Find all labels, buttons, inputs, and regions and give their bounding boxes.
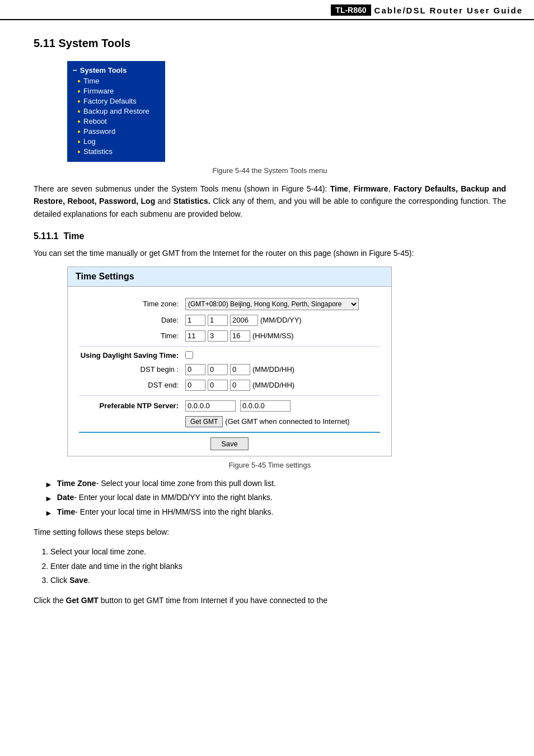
steps-list: Select your local time zone. Enter date …: [50, 545, 506, 587]
time-format-label: (HH/MM/SS): [252, 332, 294, 340]
dst-begin-dd-input[interactable]: [208, 364, 228, 375]
final-paragraph: Click the Get GMT button to get GMT time…: [34, 594, 506, 606]
dst-end-label: DST end:: [79, 381, 185, 389]
time-label: Time:: [79, 332, 185, 340]
menu-item-statistics[interactable]: ● Statistics: [77, 147, 165, 156]
bullet-icon: ●: [77, 108, 81, 114]
system-tools-menu: – System Tools ● Time ● Firmware ● Facto…: [67, 61, 165, 162]
section-title: 5.11 System Tools: [34, 37, 506, 50]
ntp-server1-input[interactable]: [185, 400, 236, 412]
ntp-label: Preferable NTP Server:: [79, 402, 185, 410]
dst-end-hh-input[interactable]: [230, 380, 250, 391]
time-settings-panel: Time Settings Time zone: (GMT+08:00) Bei…: [67, 267, 392, 456]
get-gmt-text: (Get GMT when connected to Internet): [225, 417, 349, 426]
step-3: Click Save.: [50, 573, 506, 587]
bullet-icon: ●: [77, 118, 81, 124]
menu-item-password[interactable]: ● Password: [77, 127, 165, 136]
date-month-input[interactable]: [185, 315, 205, 326]
time-settings-header: Time Settings: [68, 267, 391, 287]
date-field: (MM/DD/YY): [185, 315, 302, 326]
get-gmt-field: Get GMT (Get GMT when connected to Inter…: [185, 416, 350, 427]
dst-checkbox-row: Using Daylight Saving Time:: [79, 351, 380, 360]
dst-begin-row: DST begin : (MM/DD/HH): [79, 364, 380, 375]
time-field: (HH/MM/SS): [185, 330, 294, 342]
dst-end-row: DST end: (MM/DD/HH): [79, 380, 380, 391]
save-row: Save: [79, 432, 380, 450]
time-settings-body: Time zone: (GMT+08:00) Beijing, Hong Kon…: [68, 287, 391, 450]
dst-end-mm-input[interactable]: [185, 380, 205, 391]
dash-icon: –: [73, 66, 77, 74]
timezone-label: Time zone:: [79, 300, 185, 308]
step-1: Select your local time zone.: [50, 545, 506, 559]
time-hour-input[interactable]: [185, 330, 205, 342]
date-label: Date:: [79, 316, 185, 324]
menu-item-factory-defaults[interactable]: ● Factory Defaults: [77, 97, 165, 105]
bullet-time: ► Time- Enter your local time in HH/MM/S…: [45, 506, 506, 520]
menu-item-log[interactable]: ● Log: [77, 137, 165, 146]
ntp-server2-input[interactable]: [240, 400, 291, 412]
save-button[interactable]: Save: [210, 437, 249, 450]
menu-item-reboot[interactable]: ● Reboot: [77, 117, 165, 125]
bullet-timezone: ► Time Zone- Select your local time zone…: [45, 477, 506, 492]
dst-checkbox[interactable]: [185, 351, 193, 359]
time-min-input[interactable]: [208, 330, 228, 342]
page-header: TL-R860 Cable/DSL Router User Guide: [0, 0, 534, 20]
bullet-icon: ●: [77, 128, 81, 134]
dst-checkbox-field: [185, 351, 193, 359]
figure-44-caption: Figure 5-44 the System Tools menu: [34, 166, 506, 175]
figure-45-caption: Figure 5-45 Time settings: [34, 461, 506, 469]
time-row: Time: (HH/MM/SS): [79, 330, 380, 342]
timezone-row: Time zone: (GMT+08:00) Beijing, Hong Kon…: [79, 298, 380, 310]
model-badge: TL-R860: [331, 4, 371, 16]
arrow-icon: ►: [45, 478, 53, 492]
ntp-field: [185, 400, 291, 412]
main-content: 5.11 System Tools – System Tools ● Time …: [0, 20, 534, 630]
dst-end-field: (MM/DD/HH): [185, 380, 294, 391]
bullet-icon: ●: [77, 98, 81, 104]
menu-item-backup-restore[interactable]: ● Backup and Restore: [77, 107, 165, 115]
intro-paragraph: There are seven submenus under the Syste…: [34, 183, 506, 220]
arrow-icon: ►: [45, 492, 53, 506]
bullet-icon: ●: [77, 138, 81, 144]
date-format-label: (MM/DD/YY): [260, 316, 302, 324]
dst-label: Using Daylight Saving Time:: [79, 351, 185, 360]
get-gmt-row: Get GMT (Get GMT when connected to Inter…: [79, 416, 380, 427]
dst-end-format: (MM/DD/HH): [252, 381, 294, 389]
header-title: Cable/DSL Router User Guide: [374, 6, 523, 15]
dst-begin-label: DST begin :: [79, 365, 185, 374]
time-sec-input[interactable]: [230, 330, 250, 342]
timezone-select[interactable]: (GMT+08:00) Beijing, Hong Kong, Perth, S…: [185, 298, 359, 310]
dst-begin-mm-input[interactable]: [185, 364, 205, 375]
date-day-input[interactable]: [208, 315, 228, 326]
bullet-icon: ●: [77, 88, 81, 94]
arrow-icon: ►: [45, 507, 53, 520]
get-gmt-button[interactable]: Get GMT: [185, 416, 223, 427]
bullet-date: ► Date- Enter your local date in MM/DD/Y…: [45, 491, 506, 506]
ntp-row: Preferable NTP Server:: [79, 400, 380, 412]
dst-begin-hh-input[interactable]: [230, 364, 250, 375]
bullet-icon: ●: [77, 78, 81, 84]
dst-begin-format: (MM/DD/HH): [252, 365, 294, 374]
time-intro-text: You can set the time manually or get GMT…: [34, 247, 506, 259]
step-2: Enter date and time in the right blanks: [50, 559, 506, 573]
menu-item-time[interactable]: ● Time: [77, 77, 165, 85]
steps-intro-text: Time setting follows these steps below:: [34, 526, 506, 538]
timezone-field: (GMT+08:00) Beijing, Hong Kong, Perth, S…: [185, 298, 359, 310]
date-year-input[interactable]: [230, 315, 258, 326]
feature-list: ► Time Zone- Select your local time zone…: [45, 477, 506, 520]
menu-item-firmware[interactable]: ● Firmware: [77, 87, 165, 95]
menu-title: – System Tools: [73, 66, 165, 74]
dst-end-dd-input[interactable]: [208, 380, 228, 391]
dst-begin-field: (MM/DD/HH): [185, 364, 294, 375]
subsection-title: 5.11.1 Time: [34, 231, 506, 241]
bullet-icon: ●: [77, 148, 81, 155]
date-row: Date: (MM/DD/YY): [79, 315, 380, 326]
